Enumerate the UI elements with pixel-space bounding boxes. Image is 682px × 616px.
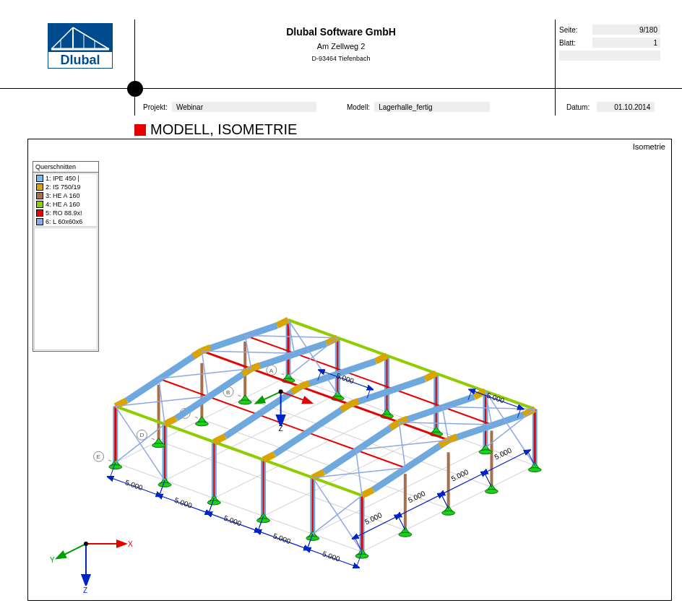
svg-line-154 <box>214 436 225 442</box>
svg-point-95 <box>238 400 251 404</box>
svg-rect-0 <box>48 23 113 52</box>
section-title: MODELL, ISOMETRIE <box>134 121 297 138</box>
svg-text:5.000: 5.000 <box>124 478 144 492</box>
svg-point-85 <box>257 519 270 523</box>
svg-line-171 <box>449 437 457 441</box>
svg-line-111 <box>214 442 263 460</box>
header: Dlubal Dlubal Software GmbH Am Zellweg 2… <box>0 0 682 94</box>
svg-point-89 <box>306 536 319 540</box>
svg-line-106 <box>288 320 337 338</box>
sheet-label: Blatt: <box>559 39 592 47</box>
section-marker-icon <box>134 124 146 136</box>
logo-graphic <box>48 23 113 52</box>
svg-text:E: E <box>97 454 100 460</box>
svg-point-77 <box>158 482 171 487</box>
svg-point-105 <box>399 532 412 537</box>
svg-line-173 <box>374 440 449 490</box>
svg-point-101 <box>442 511 455 515</box>
svg-line-115 <box>313 477 362 495</box>
svg-point-99 <box>195 422 208 426</box>
svg-text:Z: Z <box>279 425 283 433</box>
svg-line-172 <box>362 490 374 495</box>
svg-text:A: A <box>269 368 274 374</box>
svg-line-112 <box>436 373 485 391</box>
svg-line-113 <box>264 460 313 478</box>
model-value: Lagerhalle_fertig <box>374 102 490 112</box>
svg-point-246 <box>279 389 283 394</box>
svg-text:5.000: 5.000 <box>173 496 194 510</box>
company-block: Dlubal Software GmbH Am Zellweg 2 D-9346… <box>195 26 487 62</box>
date-label: Datum: <box>566 103 590 111</box>
svg-line-135 <box>208 396 257 415</box>
svg-line-144 <box>193 351 202 356</box>
svg-text:5.000: 5.000 <box>272 532 293 545</box>
isometric-drawing: ABCDE5.0005.0005.0005.0005.0005.0005.000… <box>28 139 673 602</box>
svg-line-149 <box>176 369 251 419</box>
svg-line-168 <box>390 422 399 428</box>
svg-line-153 <box>301 383 309 387</box>
meta-blank <box>559 51 660 61</box>
axis-z-label: Z <box>83 586 87 594</box>
svg-line-198 <box>313 495 362 534</box>
axis-y-label: Y <box>50 556 55 564</box>
svg-line-140 <box>202 326 277 351</box>
page-label: Seite: <box>559 26 592 34</box>
svg-line-161 <box>275 404 350 454</box>
sheet-value: 1 <box>592 38 660 48</box>
svg-line-159 <box>350 401 358 404</box>
svg-text:5.000: 5.000 <box>407 489 427 504</box>
svg-line-137 <box>306 432 355 450</box>
project-value: Webinar <box>172 102 316 112</box>
svg-point-87 <box>479 450 492 454</box>
date-value: 01.10.2014 <box>597 102 655 112</box>
svg-line-110 <box>387 355 436 373</box>
svg-text:5.000: 5.000 <box>485 391 506 404</box>
svg-point-103 <box>152 443 165 448</box>
svg-line-138 <box>356 450 405 468</box>
svg-point-73 <box>109 465 122 469</box>
svg-text:5.000: 5.000 <box>493 446 514 461</box>
svg-point-97 <box>485 489 498 493</box>
separator-dot <box>127 81 143 97</box>
svg-point-81 <box>207 500 220 505</box>
section-title-text: MODELL, ISOMETRIE <box>150 121 297 138</box>
svg-text:5.000: 5.000 <box>450 467 470 482</box>
svg-text:5.000: 5.000 <box>321 550 342 563</box>
svg-line-147 <box>251 365 260 369</box>
svg-text:D: D <box>139 432 144 438</box>
company-logo: Dlubal <box>48 23 113 69</box>
model-label: Modell: <box>347 103 370 111</box>
svg-line-167 <box>324 422 399 472</box>
model-viewport: Isometrie Querschnitten 1: IPE 450 |2: I… <box>27 139 672 601</box>
logo-text: Dlubal <box>48 52 113 69</box>
svg-line-143 <box>126 351 202 401</box>
svg-line-162 <box>341 404 350 409</box>
project-label: Projekt: <box>143 103 168 111</box>
page-meta: Seite: 9/180 Blatt: 1 <box>559 23 660 61</box>
svg-point-91 <box>528 468 541 472</box>
company-name: Dlubal Software GmbH <box>195 26 487 38</box>
svg-text:5.000: 5.000 <box>223 514 243 528</box>
page: Dlubal Dlubal Software GmbH Am Zellweg 2… <box>0 0 682 616</box>
svg-point-251 <box>84 542 88 546</box>
company-address: Am Zellweg 2 <box>195 42 487 51</box>
page-value: 9/180 <box>592 25 660 35</box>
svg-line-249 <box>60 544 86 557</box>
svg-line-156 <box>292 386 301 391</box>
svg-line-108 <box>337 338 387 356</box>
axis-x-label: X <box>128 540 133 548</box>
svg-text:5.000: 5.000 <box>363 511 384 526</box>
project-row: Projekt: Webinar Modell: Lagerhalle_fert… <box>0 100 682 114</box>
svg-line-109 <box>165 424 214 442</box>
svg-line-160 <box>264 454 275 460</box>
svg-text:B: B <box>226 389 230 396</box>
separator-horizontal <box>0 88 682 89</box>
company-city: D-93464 Tiefenbach <box>195 55 487 62</box>
svg-point-93 <box>355 554 368 558</box>
svg-line-148 <box>165 419 176 425</box>
